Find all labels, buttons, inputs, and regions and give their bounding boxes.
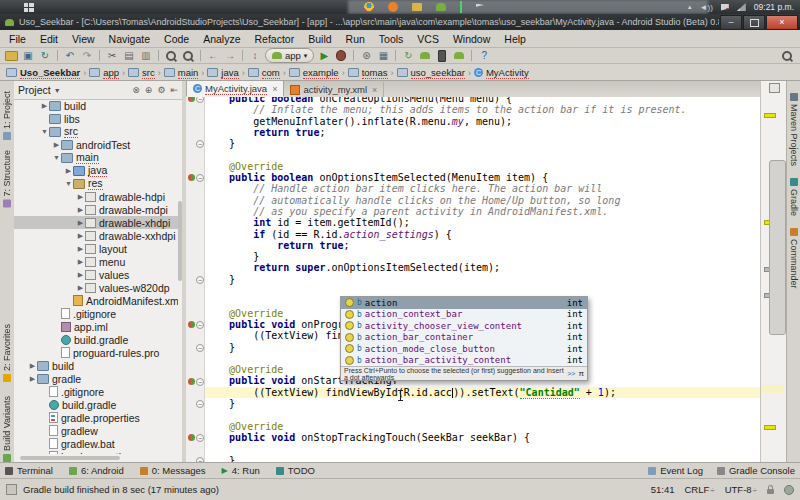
code-line[interactable]: ((TextView) findViewById(R.id.acc)).setT… — [205, 387, 760, 398]
crumb-com[interactable]: com — [246, 67, 282, 79]
tree-expand-icon[interactable]: ▶ — [28, 362, 37, 370]
tree-row-libs[interactable]: libs — [14, 112, 178, 125]
tree-expand-icon[interactable]: ▼ — [40, 128, 49, 135]
autocomplete-item-action_bar_container[interactable]: baction_bar_containerint — [341, 332, 587, 344]
tree-row-drawable-mdpi[interactable]: ▶drawable-mdpi — [14, 203, 178, 216]
tool-tab-run[interactable]: ▶4: Run — [222, 465, 260, 476]
tree-row-local.properties[interactable]: local.properties — [14, 450, 178, 454]
replace-icon[interactable] — [181, 49, 195, 62]
tool-tab-commander[interactable]: Commander — [789, 228, 799, 289]
fold-marker-icon[interactable]: − — [196, 140, 204, 148]
expand-collapse-icon[interactable]: ↕ — [248, 49, 262, 62]
forward-icon[interactable]: → — [223, 49, 237, 62]
restore-windows-icon[interactable] — [769, 83, 780, 93]
start-button[interactable] — [24, 3, 34, 12]
paste-icon[interactable]: ▥ — [139, 49, 153, 62]
hint-more-link[interactable]: >> — [567, 370, 575, 377]
taskbar-clock[interactable]: 09:21 p.m. — [754, 2, 794, 12]
close-icon[interactable]: × — [372, 85, 377, 95]
tab-activity_my.xml[interactable]: activity_my.xml× — [284, 82, 384, 97]
override-method-icon[interactable] — [188, 321, 195, 328]
tree-expand-icon[interactable]: ▼ — [64, 180, 73, 187]
code-line[interactable]: public boolean onOptionsItemSelected(Men… — [205, 172, 760, 183]
tree-expand-icon[interactable]: ▶ — [64, 167, 73, 175]
gear-icon[interactable]: ⚙ — [157, 85, 165, 95]
override-method-icon[interactable] — [188, 378, 195, 385]
tool-tab-structure[interactable]: 7: Structure — [2, 150, 12, 208]
android-studio-icon[interactable] — [436, 3, 446, 11]
code-line[interactable]: } — [205, 138, 760, 149]
toolwindow-toggle-icon[interactable] — [6, 484, 17, 495]
autocomplete-item-action_context_bar[interactable]: baction_context_barint — [341, 309, 587, 321]
tool-tab-messages[interactable]: 0: Messages — [140, 465, 206, 476]
encoding-selector[interactable]: UTF-8÷ — [725, 484, 757, 495]
code-lines[interactable]: public boolean onCreateOptionsMenu(Menu … — [205, 97, 760, 462]
override-method-icon[interactable] — [188, 174, 195, 181]
tree-row-androidTest[interactable]: ▶androidTest — [14, 138, 178, 151]
code-line[interactable]: @Override — [205, 161, 760, 172]
minimize-button[interactable]: – — [720, 15, 742, 30]
tool-tab-event-log[interactable]: Event Log — [648, 465, 703, 476]
tool-tab-favorites[interactable]: 2: Favorites — [2, 324, 12, 382]
debug-icon[interactable] — [334, 49, 348, 62]
action-center-icon[interactable] — [721, 4, 729, 11]
code-line[interactable]: @Override — [205, 421, 760, 432]
hide-panel-icon[interactable]: ⇤ — [170, 85, 178, 95]
autocomplete-item-action_mode_close_button[interactable]: baction_mode_close_buttonint — [341, 343, 587, 355]
menu-analyze[interactable]: Analyze — [196, 33, 247, 45]
tree-expand-icon[interactable]: ▶ — [76, 219, 85, 227]
tool-tab-maven-projects[interactable]: Maven Projects — [789, 93, 799, 166]
hidden-icons-chevron[interactable]: ▴ — [688, 3, 692, 11]
fold-marker-icon[interactable]: − — [196, 174, 204, 182]
back-icon[interactable]: ← — [206, 49, 220, 62]
code-line[interactable]: public void onStopTrackingTouch(SeekBar … — [205, 432, 760, 443]
tree-expand-icon[interactable]: ▶ — [52, 141, 61, 149]
crumb-src[interactable]: src — [126, 67, 157, 79]
tree-row-gradlew.bat[interactable]: gradlew.bat — [14, 437, 178, 450]
sync-gradle-icon[interactable]: ↻ — [401, 49, 415, 62]
tree-row-src[interactable]: ▼src — [14, 125, 178, 138]
code-line[interactable]: // Inflate the menu; this adds items to … — [205, 104, 760, 115]
tree-row-drawable-xhdpi[interactable]: ▶drawable-xhdpi — [14, 216, 178, 229]
media-player-icon[interactable] — [388, 2, 398, 12]
crumb-tomas[interactable]: tomas — [346, 67, 390, 79]
code-line[interactable]: return super.onOptionsItemSelected(item)… — [205, 262, 760, 273]
crumb-app[interactable]: app — [87, 67, 121, 79]
crumb-Uso_Seekbar[interactable]: Uso_Seekbar — [4, 67, 82, 79]
caret-position[interactable]: 51:41 — [651, 484, 675, 495]
tree-row-gradle[interactable]: ▶gradle — [14, 372, 178, 385]
code-editor[interactable]: −−−−−−−−−− public boolean onCreateOption… — [186, 97, 760, 462]
tree-row-drawable-xxhdpi[interactable]: ▶drawable-xxhdpi — [14, 229, 178, 242]
tree-row-drawable-hdpi[interactable]: ▶drawable-hdpi — [14, 190, 178, 203]
chrome-icon[interactable] — [364, 2, 374, 12]
code-line[interactable] — [205, 409, 760, 420]
code-line[interactable]: } — [205, 274, 760, 285]
device-monitor-icon[interactable] — [452, 49, 466, 62]
tree-expand-icon[interactable]: ▶ — [28, 375, 37, 383]
menu-refactor[interactable]: Refactor — [248, 33, 302, 45]
sync-icon[interactable]: ↻ — [38, 49, 52, 62]
crumb-main[interactable]: main — [162, 67, 201, 79]
code-line[interactable]: return true; — [205, 240, 760, 251]
copy-icon[interactable]: ▤ — [122, 49, 136, 62]
menu-code[interactable]: Code — [157, 33, 196, 45]
tree-row-values-w820dp[interactable]: ▶values-w820dp — [14, 281, 178, 294]
code-line[interactable]: if (id == R.id.action_settings) { — [205, 229, 760, 240]
autocomplete-item-action[interactable]: bactionint — [341, 297, 587, 309]
tool-tab-gradle-console[interactable]: Gradle Console — [717, 465, 795, 476]
code-line[interactable]: return true; — [205, 127, 760, 138]
code-line[interactable] — [205, 149, 760, 160]
menu-navigate[interactable]: Navigate — [102, 33, 157, 45]
network-icon[interactable] — [737, 3, 746, 11]
inspections-profile-icon[interactable] — [784, 485, 794, 495]
menu-run[interactable]: Run — [339, 33, 372, 45]
tool-tab-project[interactable]: 1: Project — [2, 91, 12, 140]
tree-row-java[interactable]: ▶java — [14, 164, 178, 177]
fold-marker-icon[interactable]: − — [196, 400, 204, 408]
tree-row-values[interactable]: ▶values — [14, 268, 178, 281]
tree-row-build.gradle[interactable]: build.gradle — [14, 398, 178, 411]
editor-scrollbar-thumb[interactable] — [769, 160, 786, 335]
folder-icon[interactable] — [412, 3, 422, 11]
divider-green[interactable] — [460, 1, 462, 13]
tree-expand-icon[interactable]: ▶ — [76, 245, 85, 253]
